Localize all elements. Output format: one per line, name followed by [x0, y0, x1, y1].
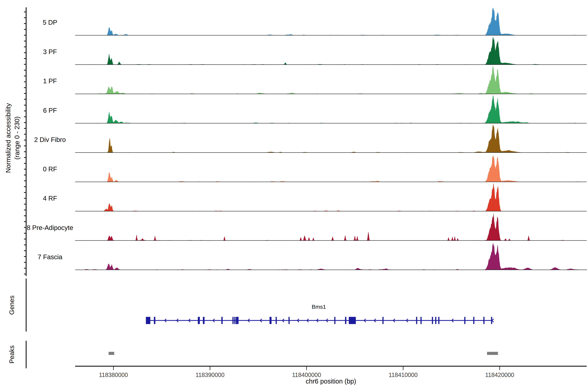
gene-exon — [432, 317, 433, 324]
gene-exon — [288, 317, 290, 324]
track-row: 3 PF — [43, 37, 587, 65]
gene-exon — [270, 317, 272, 324]
x-axis-title: chr6 position (bp) — [306, 378, 356, 385]
gene-exon — [382, 317, 384, 324]
track-row: 8 Pre-Adipocyte — [27, 213, 587, 240]
track-row: 7 Fascia — [38, 242, 587, 270]
coverage-area — [75, 8, 587, 35]
track-label: 7 Fascia — [38, 253, 62, 260]
track-label: 3 PF — [43, 48, 57, 55]
gene-exon — [203, 317, 204, 324]
track-row: 0 RF — [43, 154, 587, 182]
track-label: 1 PF — [43, 78, 57, 84]
gene-model — [146, 317, 494, 324]
track-label: 8 Pre-Adipocyte — [27, 224, 73, 231]
gene-exon — [198, 317, 200, 324]
track-label: 0 RF — [43, 166, 57, 173]
gene-exon — [438, 317, 439, 324]
called-peak-box — [487, 352, 498, 355]
gene-exon — [334, 317, 336, 324]
gene-exon — [435, 317, 436, 324]
gene-exon — [464, 317, 465, 324]
x-axis-tick-label: 118420000 — [485, 372, 514, 378]
gene-exon — [221, 317, 222, 324]
gene-name-label: Bms1 — [312, 304, 326, 310]
track-label: 2 Div Fibro — [34, 136, 66, 143]
gene-exon — [345, 317, 346, 324]
gene-exon — [236, 317, 238, 324]
coverage-plot-figure: Normalized accessibility (range 0 - 230)… — [0, 0, 588, 392]
gene-exon — [349, 317, 356, 324]
y-axis — [24, 7, 26, 276]
x-axis-tick-label: 118390000 — [196, 372, 224, 378]
peaks-section-label: Peaks — [8, 345, 15, 364]
coverage-area — [75, 66, 587, 94]
gene-exon — [146, 317, 150, 324]
coverage-area — [75, 184, 587, 211]
peak-boxes — [108, 352, 498, 355]
coverage-area — [75, 96, 587, 123]
track-row: 6 PF — [43, 96, 587, 123]
x-axis-ticks: 1183800001183900001184000001184100001184… — [99, 366, 514, 378]
track-row: 2 Div Fibro — [34, 125, 587, 152]
track-row: 5 DP — [43, 8, 587, 35]
gene-exon — [234, 317, 235, 324]
y-axis-label-line1: Normalized accessibility — [4, 103, 12, 173]
x-axis-tick-label: 118400000 — [292, 372, 321, 378]
coverage-area — [75, 125, 587, 152]
coverage-area — [75, 154, 587, 182]
track-row: 4 RF — [43, 184, 587, 211]
called-peak-box — [108, 352, 114, 355]
signal-tracks: 5 DP3 PF1 PF6 PF2 Div Fibro0 RF4 RF8 Pre… — [27, 8, 587, 270]
coverage-area — [75, 213, 587, 240]
x-axis-tick-label: 118410000 — [388, 372, 418, 378]
track-label: 6 PF — [43, 107, 57, 114]
x-axis-tick-label: 118380000 — [99, 372, 128, 378]
coverage-area — [75, 242, 587, 270]
y-axis-label-line2: (range 0 - 230) — [14, 116, 20, 160]
gene-exon — [154, 317, 155, 324]
strand-arrow-left-icon — [492, 319, 494, 322]
gene-exon — [483, 317, 484, 324]
genes-section-label: Genes — [8, 296, 15, 315]
gene-exon — [416, 317, 417, 324]
track-row: 1 PF — [43, 66, 587, 94]
coverage-area — [75, 37, 587, 65]
track-label: 4 RF — [43, 195, 57, 202]
gene-exon — [473, 317, 474, 324]
gene-exon — [276, 317, 277, 324]
track-label: 5 DP — [43, 19, 57, 26]
gene-exon — [232, 317, 234, 324]
gene-exon — [420, 317, 422, 324]
